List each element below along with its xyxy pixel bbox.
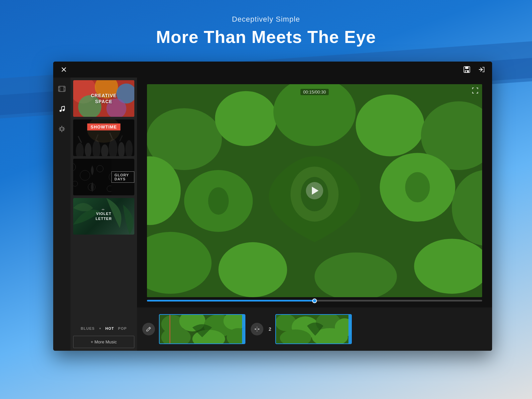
svg-point-50 — [215, 91, 277, 146]
header: Deceptively Simple More Than Meets The E… — [0, 0, 532, 62]
sidebar-item-music[interactable] — [56, 103, 68, 115]
more-music-button[interactable]: + More Music — [73, 336, 134, 348]
edit-button[interactable] — [142, 323, 155, 335]
music-list: CREATIVESPACE — [70, 78, 137, 324]
video-clip-1[interactable] — [159, 314, 245, 344]
svg-point-65 — [405, 172, 430, 202]
svg-rect-6 — [59, 86, 65, 92]
music-item-creative-space[interactable]: CREATIVESPACE — [73, 80, 134, 117]
save-button[interactable] — [462, 64, 472, 75]
genre-tab-pop[interactable]: POP — [118, 326, 127, 330]
left-sidebar — [53, 78, 70, 351]
video-container: 00:15/00:30 — [147, 84, 482, 297]
progress-fill — [147, 300, 315, 301]
svg-rect-5 — [466, 71, 467, 72]
clip-handle-right-1[interactable] — [242, 315, 245, 343]
app-window: CREATIVESPACE — [53, 62, 492, 351]
showtime-badge: SHOWTIME — [87, 123, 120, 130]
share-button[interactable] — [476, 64, 487, 75]
progress-thumb[interactable] — [312, 299, 317, 303]
glory-days-title: GLORY DAYS — [111, 171, 134, 183]
clip-handle-right-2[interactable] — [348, 315, 351, 343]
video-preview: 00:15/00:30 — [137, 78, 492, 307]
fullscreen-button[interactable] — [472, 88, 478, 95]
top-bar-right — [462, 64, 487, 75]
genre-tabs: BLUES ▼ HOT POP — [70, 324, 137, 333]
play-button[interactable] — [306, 182, 323, 199]
music-item-glory-days[interactable]: GLORY DAYS — [73, 159, 134, 195]
svg-rect-3 — [465, 67, 468, 69]
main-area: 00:15/00:30 — [137, 78, 492, 351]
svg-point-77 — [258, 328, 259, 330]
timeline-area: 2 — [137, 307, 492, 351]
svg-point-64 — [208, 187, 229, 215]
genre-dropdown-arrow: ▼ — [99, 327, 101, 330]
progress-area — [147, 297, 482, 304]
music-panel: CREATIVESPACE — [70, 78, 137, 351]
clip-playhead — [170, 315, 170, 343]
progress-track[interactable] — [147, 300, 482, 301]
video-timer: 00:15/00:30 — [301, 89, 329, 95]
content-area: CREATIVESPACE — [53, 78, 492, 351]
clip-separator-button[interactable] — [251, 323, 263, 335]
play-icon — [312, 187, 319, 195]
svg-line-66 — [149, 328, 150, 329]
main-title: More Than Meets The Eye — [156, 27, 376, 47]
subtitle-text: Deceptively Simple — [232, 15, 300, 24]
creative-space-title: CREATIVESPACE — [91, 93, 117, 104]
top-bar — [53, 62, 492, 78]
svg-point-52 — [356, 95, 424, 156]
sidebar-item-film[interactable] — [56, 83, 68, 95]
music-item-showtime[interactable]: SHOWTIME — [73, 119, 134, 156]
close-button[interactable] — [59, 64, 69, 75]
music-item-violet-letter[interactable]: VIOLETLETTER — [73, 198, 134, 235]
sidebar-item-effects[interactable] — [56, 123, 68, 135]
clip-number: 2 — [269, 326, 271, 332]
video-clip-2[interactable] — [275, 314, 352, 344]
svg-point-60 — [218, 242, 287, 297]
genre-tab-blues[interactable]: BLUES — [81, 326, 95, 330]
violet-letter-title: VIOLETLETTER — [96, 211, 112, 222]
svg-point-76 — [255, 328, 256, 330]
genre-tab-hot[interactable]: HOT — [105, 326, 114, 330]
svg-line-18 — [62, 106, 65, 107]
top-bar-left — [59, 64, 69, 75]
